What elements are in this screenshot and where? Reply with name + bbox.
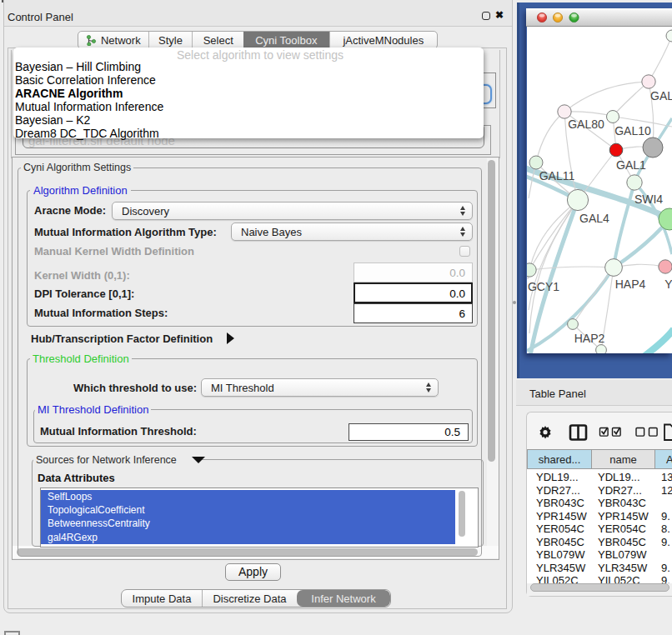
svg-text:GAL10: GAL10 <box>614 124 651 138</box>
svg-text:GAL4: GAL4 <box>579 212 609 225</box>
svg-text:GAL80: GAL80 <box>568 118 604 131</box>
svg-text:Y: Y <box>664 278 672 291</box>
svg-text:GAL11: GAL11 <box>539 169 575 182</box>
svg-text:HAP2: HAP2 <box>574 332 605 345</box>
svg-text:GAL: GAL <box>650 89 672 102</box>
svg-text:GCY1: GCY1 <box>528 280 559 293</box>
svg-text:SWI4: SWI4 <box>634 192 663 206</box>
svg-text:HAP4: HAP4 <box>615 278 646 291</box>
svg-text:GAL1: GAL1 <box>616 158 646 172</box>
